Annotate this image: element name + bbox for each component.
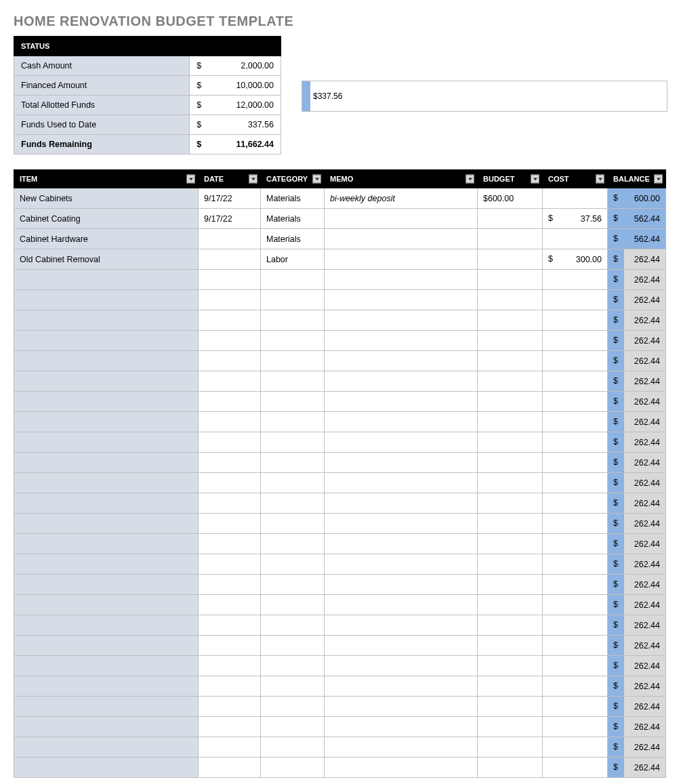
cell-cost[interactable] xyxy=(543,351,608,371)
col-item[interactable]: ITEM xyxy=(14,170,199,188)
cell-date[interactable] xyxy=(199,554,261,575)
cell-item[interactable] xyxy=(14,595,199,615)
cell-item[interactable]: Cabinet Coating xyxy=(14,209,199,229)
cell-budget[interactable] xyxy=(478,473,543,493)
cell-category[interactable]: Materials xyxy=(261,229,325,249)
cell-date[interactable] xyxy=(199,676,261,697)
cell-item[interactable]: Old Cabinet Removal xyxy=(14,249,199,270)
cell-item[interactable] xyxy=(14,514,199,534)
cell-memo[interactable] xyxy=(325,554,478,575)
cell-category[interactable] xyxy=(261,554,325,575)
cell-cost[interactable] xyxy=(543,758,608,778)
cell-memo[interactable]: bi-weekly deposit xyxy=(325,188,478,209)
cell-category[interactable] xyxy=(261,331,325,351)
cell-memo[interactable] xyxy=(325,656,478,676)
cell-item[interactable]: New Cabinets xyxy=(14,188,199,209)
filter-icon[interactable] xyxy=(654,175,663,184)
status-value[interactable]: $2,000.00 xyxy=(190,56,281,76)
status-value[interactable]: $10,000.00 xyxy=(190,76,281,96)
cell-cost[interactable] xyxy=(543,656,608,676)
cell-cost[interactable] xyxy=(543,697,608,717)
cell-memo[interactable] xyxy=(325,249,478,270)
cell-budget[interactable] xyxy=(478,676,543,697)
cell-item[interactable] xyxy=(14,473,199,493)
cell-category[interactable] xyxy=(261,737,325,758)
cell-memo[interactable] xyxy=(325,331,478,351)
cell-memo[interactable] xyxy=(325,615,478,636)
cell-category[interactable] xyxy=(261,351,325,371)
cell-memo[interactable] xyxy=(325,493,478,514)
cell-item[interactable] xyxy=(14,636,199,656)
cell-date[interactable] xyxy=(199,615,261,636)
cell-date[interactable] xyxy=(199,432,261,453)
cell-cost[interactable]: $37.56 xyxy=(543,209,608,229)
cell-category[interactable] xyxy=(261,270,325,290)
filter-icon[interactable] xyxy=(531,175,539,184)
cell-date[interactable] xyxy=(199,412,261,432)
cell-budget[interactable] xyxy=(478,717,543,737)
cell-category[interactable] xyxy=(261,534,325,554)
col-category[interactable]: CATEGORY xyxy=(261,170,325,188)
cell-cost[interactable] xyxy=(543,534,608,554)
cell-category[interactable] xyxy=(261,615,325,636)
cell-category[interactable] xyxy=(261,432,325,453)
cell-cost[interactable] xyxy=(543,270,608,290)
cell-date[interactable] xyxy=(199,270,261,290)
cell-memo[interactable] xyxy=(325,392,478,412)
cell-item[interactable] xyxy=(14,717,199,737)
cell-date[interactable] xyxy=(199,493,261,514)
filter-icon[interactable] xyxy=(312,175,321,184)
cell-cost[interactable] xyxy=(543,188,608,209)
cell-cost[interactable] xyxy=(543,595,608,615)
cell-cost[interactable] xyxy=(543,412,608,432)
col-budget[interactable]: BUDGET xyxy=(478,170,543,188)
cell-item[interactable] xyxy=(14,412,199,432)
cell-budget[interactable] xyxy=(478,493,543,514)
cell-date[interactable]: 9/17/22 xyxy=(199,188,261,209)
cell-category[interactable]: Materials xyxy=(261,188,325,209)
cell-cost[interactable] xyxy=(543,453,608,473)
cell-category[interactable] xyxy=(261,575,325,595)
cell-category[interactable] xyxy=(261,290,325,310)
cell-budget[interactable] xyxy=(478,636,543,656)
cell-memo[interactable] xyxy=(325,697,478,717)
cell-date[interactable] xyxy=(199,758,261,778)
cell-item[interactable] xyxy=(14,737,199,758)
cell-date[interactable] xyxy=(199,351,261,371)
cell-category[interactable] xyxy=(261,392,325,412)
cell-item[interactable] xyxy=(14,331,199,351)
cell-memo[interactable] xyxy=(325,310,478,331)
cell-category[interactable] xyxy=(261,493,325,514)
cell-cost[interactable] xyxy=(543,717,608,737)
cell-category[interactable] xyxy=(261,697,325,717)
cell-memo[interactable] xyxy=(325,371,478,392)
cell-date[interactable] xyxy=(199,636,261,656)
cell-budget[interactable]: $600.00 xyxy=(478,188,543,209)
cell-item[interactable] xyxy=(14,656,199,676)
cell-date[interactable] xyxy=(199,371,261,392)
filter-icon[interactable] xyxy=(466,175,474,184)
cell-category[interactable]: Labor xyxy=(261,249,325,270)
cell-memo[interactable] xyxy=(325,514,478,534)
cell-budget[interactable] xyxy=(478,534,543,554)
cell-item[interactable] xyxy=(14,453,199,473)
status-value[interactable]: $337.56 xyxy=(190,115,281,135)
cell-cost[interactable] xyxy=(543,737,608,758)
cell-category[interactable] xyxy=(261,514,325,534)
cell-budget[interactable] xyxy=(478,758,543,778)
cell-budget[interactable] xyxy=(478,737,543,758)
cell-budget[interactable] xyxy=(478,371,543,392)
cell-date[interactable] xyxy=(199,392,261,412)
cell-memo[interactable] xyxy=(325,676,478,697)
cell-cost[interactable] xyxy=(543,392,608,412)
cell-item[interactable] xyxy=(14,290,199,310)
filter-icon[interactable] xyxy=(186,175,195,184)
cell-date[interactable] xyxy=(199,534,261,554)
cell-budget[interactable] xyxy=(478,412,543,432)
cell-budget[interactable] xyxy=(478,575,543,595)
cell-budget[interactable] xyxy=(478,209,543,229)
cell-cost[interactable] xyxy=(543,331,608,351)
cell-memo[interactable] xyxy=(325,209,478,229)
filter-icon[interactable] xyxy=(596,175,604,184)
cell-budget[interactable] xyxy=(478,270,543,290)
